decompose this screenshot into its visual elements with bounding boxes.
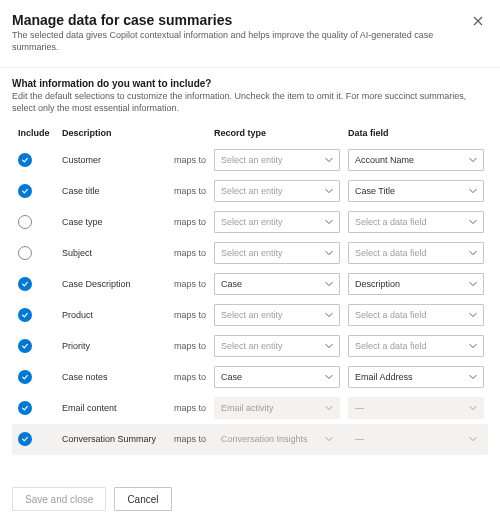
record-type-value: Select an entity	[221, 217, 283, 227]
record-type-select[interactable]: Case	[214, 366, 340, 388]
row-description: Case type	[62, 217, 174, 227]
chevron-down-icon	[469, 218, 477, 226]
maps-to-label: maps to	[174, 403, 214, 413]
maps-to-label: maps to	[174, 310, 214, 320]
record-type-value: Conversation Insights	[221, 434, 308, 444]
chevron-down-icon	[325, 156, 333, 164]
maps-to-label: maps to	[174, 372, 214, 382]
row-description: Case notes	[62, 372, 174, 382]
check-icon	[21, 372, 29, 383]
maps-to-label: maps to	[174, 155, 214, 165]
include-checkbox[interactable]	[18, 401, 32, 415]
include-checkbox[interactable]	[18, 308, 32, 322]
record-type-select[interactable]: Select an entity	[214, 304, 340, 326]
include-checkbox[interactable]	[18, 432, 32, 446]
maps-to-label: maps to	[174, 186, 214, 196]
record-type-select[interactable]: Select an entity	[214, 335, 340, 357]
record-type-select[interactable]: Select an entity	[214, 242, 340, 264]
record-type-value: Select an entity	[221, 155, 283, 165]
row-description: Subject	[62, 248, 174, 258]
maps-to-label: maps to	[174, 434, 214, 444]
section-help: Edit the default selections to customize…	[12, 91, 488, 114]
record-type-value: Select an entity	[221, 341, 283, 351]
record-type-select[interactable]: Case	[214, 273, 340, 295]
chevron-down-icon	[469, 404, 477, 412]
table-row: Customermaps toSelect an entityAccount N…	[12, 145, 488, 176]
data-field-value: Select a data field	[355, 248, 427, 258]
data-field-value: Select a data field	[355, 310, 427, 320]
table-row: Case typemaps toSelect an entitySelect a…	[12, 207, 488, 238]
record-type-select[interactable]: Select an entity	[214, 211, 340, 233]
page-title: Manage data for case summaries	[12, 12, 469, 28]
record-type-value: Select an entity	[221, 186, 283, 196]
chevron-down-icon	[469, 311, 477, 319]
grid-header: Include Description Record type Data fie…	[12, 121, 488, 145]
col-data-field: Data field	[348, 128, 488, 138]
chevron-down-icon	[325, 404, 333, 412]
table-row: Productmaps toSelect an entitySelect a d…	[12, 300, 488, 331]
chevron-down-icon	[325, 342, 333, 350]
data-field-value: Select a data field	[355, 217, 427, 227]
check-icon	[21, 434, 29, 445]
maps-to-label: maps to	[174, 341, 214, 351]
chevron-down-icon	[469, 280, 477, 288]
data-field-select[interactable]: Select a data field	[348, 211, 484, 233]
check-icon	[21, 310, 29, 321]
record-type-select[interactable]: Select an entity	[214, 149, 340, 171]
row-description: Customer	[62, 155, 174, 165]
data-field-select: —	[348, 428, 484, 450]
chevron-down-icon	[469, 187, 477, 195]
col-description: Description	[62, 128, 174, 138]
data-field-value: Case Title	[355, 186, 395, 196]
record-type-value: Email activity	[221, 403, 274, 413]
record-type-value: Select an entity	[221, 248, 283, 258]
include-checkbox[interactable]	[18, 246, 32, 260]
data-field-select[interactable]: Account Name	[348, 149, 484, 171]
chevron-down-icon	[325, 280, 333, 288]
record-type-select[interactable]: Select an entity	[214, 180, 340, 202]
include-checkbox[interactable]	[18, 184, 32, 198]
row-description: Email content	[62, 403, 174, 413]
maps-to-label: maps to	[174, 279, 214, 289]
maps-to-label: maps to	[174, 248, 214, 258]
chevron-down-icon	[325, 249, 333, 257]
dialog-footer: Save and close Cancel	[0, 477, 500, 521]
chevron-down-icon	[469, 249, 477, 257]
data-field-select[interactable]: Select a data field	[348, 335, 484, 357]
data-field-select[interactable]: Select a data field	[348, 304, 484, 326]
check-icon	[21, 186, 29, 197]
row-description: Case Description	[62, 279, 174, 289]
table-row: Subjectmaps toSelect an entitySelect a d…	[12, 238, 488, 269]
chevron-down-icon	[325, 373, 333, 381]
data-field-select[interactable]: Description	[348, 273, 484, 295]
record-type-value: Case	[221, 372, 242, 382]
chevron-down-icon	[469, 435, 477, 443]
table-row: Case Descriptionmaps toCaseDescription	[12, 269, 488, 300]
close-button[interactable]	[469, 12, 488, 32]
data-field-select[interactable]: Email Address	[348, 366, 484, 388]
data-field-value: —	[355, 403, 364, 413]
data-field-select[interactable]: Case Title	[348, 180, 484, 202]
include-checkbox[interactable]	[18, 277, 32, 291]
data-field-value: Email Address	[355, 372, 413, 382]
check-icon	[21, 403, 29, 414]
table-row: Case notesmaps toCaseEmail Address	[12, 362, 488, 393]
data-grid: Include Description Record type Data fie…	[0, 115, 500, 477]
include-checkbox[interactable]	[18, 215, 32, 229]
row-description: Product	[62, 310, 174, 320]
check-icon	[21, 155, 29, 166]
row-description: Case title	[62, 186, 174, 196]
data-field-value: Select a data field	[355, 341, 427, 351]
include-checkbox[interactable]	[18, 339, 32, 353]
section-question: What information do you want to include?	[12, 78, 488, 89]
chevron-down-icon	[469, 342, 477, 350]
table-row: Case titlemaps toSelect an entityCase Ti…	[12, 176, 488, 207]
cancel-button[interactable]: Cancel	[114, 487, 171, 511]
include-checkbox[interactable]	[18, 153, 32, 167]
include-checkbox[interactable]	[18, 370, 32, 384]
save-and-close-button[interactable]: Save and close	[12, 487, 106, 511]
data-field-select[interactable]: Select a data field	[348, 242, 484, 264]
maps-to-label: maps to	[174, 217, 214, 227]
chevron-down-icon	[469, 156, 477, 164]
row-description: Priority	[62, 341, 174, 351]
